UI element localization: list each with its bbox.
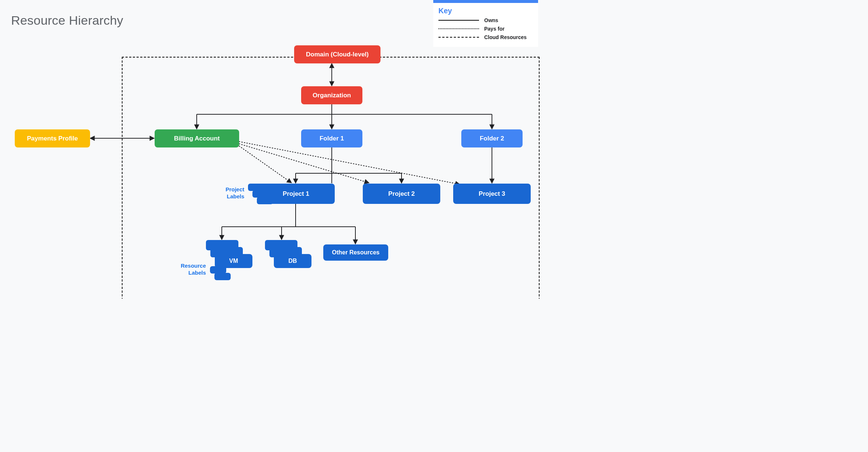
node-other-resources: Other Resources	[323, 244, 388, 261]
legend-line-solid	[438, 20, 479, 21]
node-project3: Project 3	[453, 184, 531, 204]
node-organization: Organization	[301, 86, 362, 104]
node-db: DB	[274, 254, 311, 268]
diagram-canvas: Resource Hierarchy Key Owns Pays for Clo…	[0, 0, 542, 299]
node-billing: Billing Account	[155, 129, 239, 147]
legend-accent-bar	[433, 0, 538, 3]
chip-resource-label	[214, 273, 231, 280]
node-domain: Domain (Cloud-level)	[294, 45, 380, 63]
page-title: Resource Hierarchy	[11, 13, 123, 28]
legend-line-dashed	[438, 37, 479, 38]
node-folder2: Folder 2	[461, 129, 523, 147]
legend-row-owns: Owns	[438, 17, 533, 24]
legend-title: Key	[438, 7, 533, 15]
legend-row-paysfor: Pays for	[438, 26, 533, 32]
legend: Key Owns Pays for Cloud Resources	[433, 0, 538, 47]
label-resource-labels: ResourceLabels	[172, 262, 206, 277]
legend-label: Pays for	[484, 26, 504, 32]
legend-row-cloudresources: Cloud Resources	[438, 34, 533, 41]
node-payments: Payments Profile	[15, 129, 90, 147]
legend-line-dotted	[438, 28, 479, 29]
node-project1: Project 1	[257, 184, 335, 204]
label-project-labels: ProjectLabels	[215, 186, 244, 200]
chip-resource-label	[210, 266, 226, 274]
legend-label: Owns	[484, 17, 498, 24]
node-folder1: Folder 1	[301, 129, 362, 147]
node-project2: Project 2	[363, 184, 440, 204]
legend-label: Cloud Resources	[484, 34, 527, 41]
